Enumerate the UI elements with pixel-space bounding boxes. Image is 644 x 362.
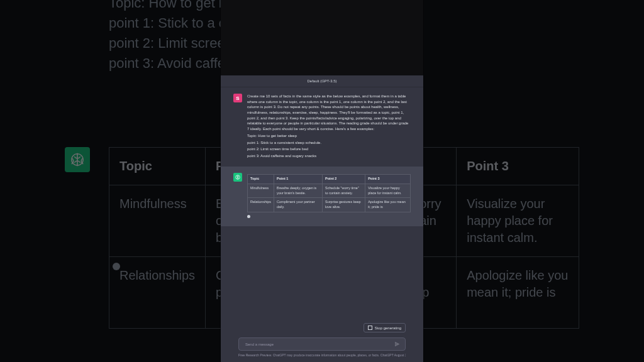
user-avatar: S — [233, 94, 242, 102]
user-message-body: Create me 10 sets of facts in the same s… — [247, 94, 411, 160]
table-row: Mindfulness Breathe deeply; oxygen is yo… — [248, 184, 411, 198]
user-message: S Create me 10 sets of facts in the same… — [221, 87, 423, 167]
send-icon[interactable] — [394, 341, 400, 347]
assistant-message: Topic Point 1 Point 2 Point 3 Mindfulnes… — [221, 167, 423, 227]
composer-area: Stop generating Free Research Preview. C… — [221, 318, 423, 362]
message-input-container[interactable] — [238, 337, 406, 351]
stop-generating-label: Stop generating — [375, 326, 401, 330]
typing-indicator — [247, 215, 250, 218]
model-label: Default (GPT-3.5) — [221, 75, 423, 87]
stop-icon — [368, 326, 372, 330]
table-row: Relationships Compliment your partner da… — [248, 198, 411, 212]
assistant-message-body: Topic Point 1 Point 2 Point 3 Mindfulnes… — [247, 173, 411, 221]
letterbox-top — [221, 0, 423, 75]
stop-generating-button[interactable]: Stop generating — [364, 323, 406, 332]
message-input[interactable] — [244, 342, 394, 347]
footer-note: Free Research Preview. ChatGPT may produ… — [238, 353, 406, 357]
assistant-avatar-small — [233, 173, 242, 182]
response-table: Topic Point 1 Point 2 Point 3 Mindfulnes… — [247, 174, 411, 213]
foreground-chat-window: Default (GPT-3.5) S Create me 10 sets of… — [221, 0, 423, 362]
